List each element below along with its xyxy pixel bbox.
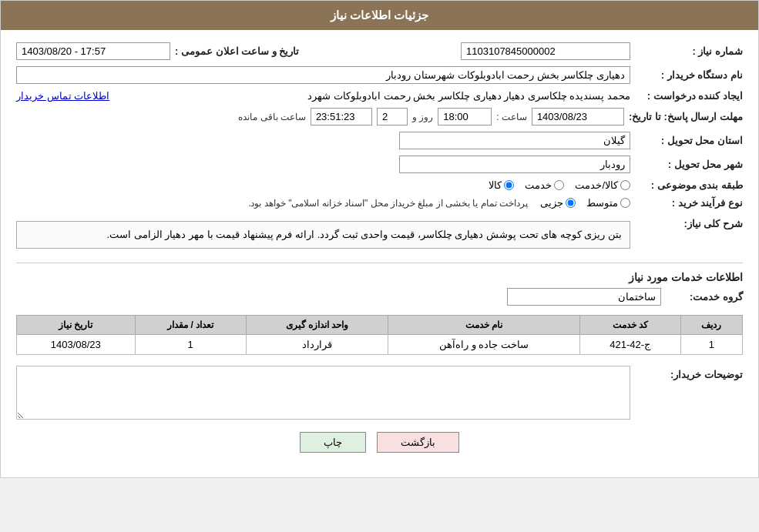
category-khedmat-radio[interactable]	[554, 180, 564, 190]
need-number-row: شماره نیاز : 1103107845000002 تاریخ و سا…	[16, 42, 743, 60]
description-row: شرح کلی نیاز: بتن ریزی کوچه های تحت پوشش…	[16, 215, 743, 255]
need-number-value: 1103107845000002	[461, 42, 630, 60]
category-kala-khidmat-radio[interactable]	[620, 180, 630, 190]
deadline-time-label: ساعت :	[496, 112, 527, 122]
page-title: جزئیات اطلاعات نیاز	[331, 8, 428, 22]
process-label: نوع فرآیند خرید :	[635, 197, 743, 209]
page-container: جزئیات اطلاعات نیاز شماره نیاز : 1103107…	[0, 0, 759, 478]
page-header: جزئیات اطلاعات نیاز	[1, 1, 758, 30]
need-number-label: شماره نیاز :	[635, 45, 743, 57]
group-row: گروه خدمت: ساختمان	[16, 288, 743, 306]
col-name: نام خدمت	[388, 316, 580, 335]
creator-link[interactable]: اطلاعات تماس خریدار	[16, 90, 109, 102]
announce-datetime-label: تاریخ و ساعت اعلان عمومی :	[175, 45, 299, 57]
cell-quantity: 1	[135, 335, 246, 355]
cell-code: ج-42-421	[579, 335, 680, 355]
cell-unit: قرارداد	[246, 335, 388, 355]
deadline-day-label: روز و	[412, 112, 433, 122]
process-motavasset-radio[interactable]	[620, 198, 630, 208]
category-kala-radio[interactable]	[504, 180, 514, 190]
process-radio-group: متوسط جزیی	[540, 197, 630, 209]
deadline-label: مهلت ارسال پاسخ: تا تاریخ:	[629, 111, 743, 122]
table-body: 1 ج-42-421 ساخت جاده و راه‌آهن قرارداد 1…	[17, 335, 743, 355]
services-table: ردیف کد خدمت نام خدمت واحد اندازه گیری ت…	[16, 315, 743, 355]
col-unit: واحد اندازه گیری	[246, 316, 388, 335]
table-header-row: ردیف کد خدمت نام خدمت واحد اندازه گیری ت…	[17, 316, 743, 335]
table-header: ردیف کد خدمت نام خدمت واحد اندازه گیری ت…	[17, 316, 743, 335]
category-row: طبقه بندی موضوعی : کالا/خدمت خدمت کالا	[16, 179, 743, 191]
category-kala[interactable]: کالا	[489, 179, 514, 191]
buyer-org-label: نام دستگاه خریدار :	[635, 69, 743, 81]
deadline-time: 18:00	[438, 108, 492, 125]
cell-row-num: 1	[680, 335, 742, 355]
buyer-notes-input[interactable]	[16, 366, 630, 420]
creator-row: ایجاد کننده درخواست : محمد پسندیده چلکاس…	[16, 90, 743, 102]
process-jozi-radio[interactable]	[566, 198, 576, 208]
category-kala-khidmat-label: کالا/خدمت	[575, 179, 618, 191]
announce-datetime-value: 1403/08/20 - 17:57	[16, 42, 170, 60]
province-value: گیلان	[399, 132, 630, 149]
category-khedmat[interactable]: خدمت	[525, 179, 564, 191]
buyer-org-row: نام دستگاه خریدار : دهیاری چلکاسر بخش رح…	[16, 66, 743, 84]
divider1	[16, 263, 743, 263]
category-khedmat-label: خدمت	[525, 179, 552, 191]
print-button[interactable]: چاپ	[300, 432, 366, 453]
category-label: طبقه بندی موضوعی :	[635, 179, 743, 191]
description-label: شرح کلی نیاز:	[635, 215, 743, 229]
category-radio-group: کالا/خدمت خدمت کالا	[489, 179, 630, 191]
process-jozi-label: جزیی	[540, 197, 563, 209]
col-code: کد خدمت	[579, 316, 680, 335]
col-date: تاریخ نیاز	[17, 316, 136, 335]
group-value: ساختمان	[507, 288, 661, 306]
process-motavasset-label: متوسط	[586, 197, 618, 209]
group-label: گروه خدمت:	[666, 291, 743, 303]
city-row: شهر محل تحویل : رودبار	[16, 156, 743, 173]
cell-date: 1403/08/23	[17, 335, 136, 355]
buyer-notes-row: توضیحات خریدار:	[16, 366, 743, 420]
buyer-org-value: دهیاری چلکاسر بخش رحمت ابادوبلوکات شهرست…	[16, 66, 630, 84]
deadline-remain-label: ساعت باقی مانده	[238, 112, 306, 122]
deadline-date: 1403/08/23	[532, 108, 624, 125]
col-quantity: تعداد / مقدار	[135, 316, 246, 335]
back-button[interactable]: بازگشت	[377, 432, 459, 453]
services-title: اطلاعات خدمات مورد نیاز	[16, 271, 743, 283]
category-kala-khidmat[interactable]: کالا/خدمت	[575, 179, 630, 191]
deadline-days: 2	[377, 108, 408, 125]
process-row: نوع فرآیند خرید : متوسط جزیی پرداخت تمام…	[16, 197, 743, 209]
process-jozi[interactable]: جزیی	[540, 197, 576, 209]
buyer-notes-label: توضیحات خریدار:	[635, 366, 743, 380]
city-value: رودبار	[399, 156, 630, 173]
creator-value: محمد پسندیده چلکاسری دهیار دهیاری چلکاسر…	[114, 90, 630, 102]
deadline-remain: 23:51:23	[311, 108, 372, 125]
table-row: 1 ج-42-421 ساخت جاده و راه‌آهن قرارداد 1…	[17, 335, 743, 355]
cell-name: ساخت جاده و راه‌آهن	[388, 335, 580, 355]
content-area: شماره نیاز : 1103107845000002 تاریخ و سا…	[1, 30, 758, 477]
province-row: استان محل تحویل : گیلان	[16, 132, 743, 149]
creator-label: ایجاد کننده درخواست :	[635, 90, 743, 102]
process-note: پرداخت تمام یا بخشی از مبلغ خریداز محل "…	[248, 198, 528, 209]
city-label: شهر محل تحویل :	[635, 159, 743, 170]
description-value: بتن ریزی کوچه های تحت پوشش دهیاری چلکاسر…	[16, 221, 630, 249]
province-label: استان محل تحویل :	[635, 135, 743, 146]
button-row: بازگشت چاپ	[16, 432, 743, 465]
services-section: ردیف کد خدمت نام خدمت واحد اندازه گیری ت…	[16, 315, 743, 355]
deadline-row: مهلت ارسال پاسخ: تا تاریخ: 1403/08/23 سا…	[16, 108, 743, 125]
category-kala-label: کالا	[489, 179, 502, 191]
col-row-num: ردیف	[680, 316, 742, 335]
process-motavasset[interactable]: متوسط	[586, 197, 630, 209]
